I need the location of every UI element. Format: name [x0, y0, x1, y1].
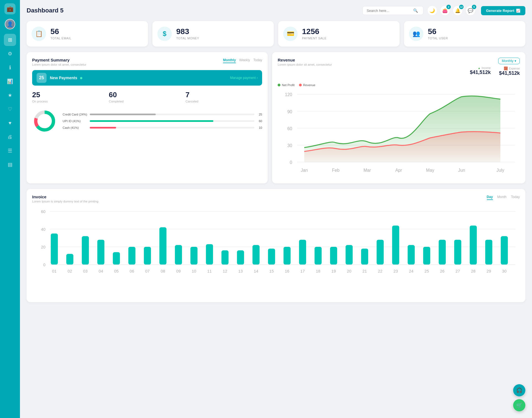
money-stat-icon: $: [157, 27, 172, 41]
income-stat: ▲ Income $41,512k: [470, 66, 491, 76]
invoice-tab-group: Day Month Today: [487, 194, 520, 200]
manage-payment-link[interactable]: Manage payment ›: [230, 76, 258, 80]
upi-fill: [90, 120, 213, 122]
sidebar-item-heart-outline[interactable]: ♡: [4, 103, 16, 115]
wallet-button[interactable]: 👛 2: [440, 6, 450, 16]
sidebar-logo[interactable]: 💼: [4, 3, 16, 14]
sidebar-item-info[interactable]: ℹ: [4, 61, 16, 74]
revenue-monthly-button[interactable]: Monthly ▾: [498, 58, 520, 64]
svg-text:0: 0: [43, 263, 45, 267]
revenue-label: Revenue: [303, 83, 315, 87]
xlabel-15: 15: [269, 269, 274, 273]
xlabel-20: 20: [347, 269, 351, 273]
cash-label: Cash (41%): [63, 126, 88, 129]
page-title: Dashboard 5: [27, 7, 362, 14]
tab-day[interactable]: Day: [487, 194, 493, 200]
payment-sale-number: 1256: [302, 28, 327, 35]
stats-row: 📋 56 TOTAL EMAIL $ 983 TOTAL MONEY 💳 125…: [27, 21, 525, 47]
generate-report-button[interactable]: Generate Report 📈: [481, 6, 525, 15]
menu-icon: ☰: [8, 148, 12, 154]
support-float-button[interactable]: 🎧: [513, 384, 525, 396]
svg-text:Jun: Jun: [458, 168, 465, 173]
expense-icon: 🧱: [504, 66, 508, 70]
header-icons: 🌙 👛 2 🔔 12 💬 5 Generate Report 📈: [427, 6, 525, 16]
bar-29: [485, 240, 492, 265]
chat-icon: 💬: [468, 8, 473, 13]
chart-bar-icon: 📈: [516, 9, 520, 13]
xlabel-07: 07: [145, 269, 150, 273]
cart-float-button[interactable]: 🛒: [513, 399, 525, 411]
trio-completed: 60 Completed: [109, 91, 186, 103]
payment-bars: Credit Card (24%) 25 UPI ID (41%) 60: [63, 113, 262, 129]
xlabel-29: 29: [487, 269, 491, 273]
email-stat-icon: 📋: [32, 27, 46, 41]
bar-20: [346, 245, 353, 264]
xlabel-21: 21: [362, 269, 367, 273]
gear-icon: ⚙: [8, 51, 12, 57]
sidebar-item-menu[interactable]: ☰: [4, 145, 16, 157]
chevron-down-icon: ▾: [515, 59, 516, 63]
generate-report-label: Generate Report: [486, 9, 514, 13]
on-process-number: 25: [32, 91, 109, 99]
donut-svg: [32, 109, 57, 134]
payment-summary-subtitle: Lorem ipsum dolor sit amet, consectetur: [32, 63, 86, 66]
tab-today[interactable]: Today: [253, 58, 262, 63]
svg-text:60: 60: [41, 209, 45, 214]
bar-07: [144, 247, 151, 265]
stat-card-payment-sale: 💳 1256 PAYMENT SALE: [278, 21, 400, 47]
xlabel-14: 14: [254, 269, 258, 273]
sidebar-item-analytics[interactable]: 📊: [4, 75, 16, 88]
sidebar-avatar[interactable]: 👤: [5, 19, 15, 29]
svg-text:Jan: Jan: [301, 168, 308, 173]
bar-01: [51, 234, 58, 265]
star-icon: ★: [8, 92, 12, 98]
xlabel-16: 16: [285, 269, 289, 273]
cash-fill: [90, 127, 116, 129]
middle-row: Payment Summary Lorem ipsum dolor sit am…: [27, 52, 525, 183]
bar-04: [97, 240, 104, 265]
tab-today-invoice[interactable]: Today: [511, 194, 520, 200]
sidebar-item-heart[interactable]: ♥: [4, 117, 16, 129]
chat-button[interactable]: 💬 5: [466, 6, 475, 16]
sidebar-item-list[interactable]: ▤: [4, 158, 16, 171]
invoice-subtitle: Lorem Ipsum is simply dummy text of the …: [32, 200, 98, 203]
bar-30: [501, 236, 508, 264]
sidebar-item-star[interactable]: ★: [4, 89, 16, 101]
svg-text:Mar: Mar: [364, 168, 371, 173]
floating-buttons: 🎧 🛒: [513, 384, 525, 411]
revenue-title: Revenue: [278, 58, 332, 62]
tab-month[interactable]: Month: [497, 194, 507, 200]
tab-weekly[interactable]: Weekly: [239, 58, 250, 63]
upi-track: [90, 120, 254, 122]
sidebar-item-dashboard[interactable]: ⊞: [4, 34, 16, 46]
payment-stat-icon: 💳: [283, 27, 298, 41]
sidebar-item-settings[interactable]: ⚙: [4, 48, 16, 60]
bar-17: [299, 240, 306, 265]
bar-09: [175, 245, 182, 264]
tab-monthly[interactable]: Monthly: [223, 58, 236, 63]
sidebar-item-print[interactable]: 🖨: [4, 131, 16, 143]
bar-12: [221, 250, 229, 264]
total-email-label: TOTAL EMAIL: [50, 37, 71, 40]
payment-summary-title-group: Payment Summary Lorem ipsum dolor sit am…: [32, 58, 86, 66]
invoice-header: Invoice Lorem Ipsum is simply dummy text…: [32, 194, 520, 203]
email-stat-info: 56 TOTAL EMAIL: [50, 28, 71, 40]
search-input[interactable]: [367, 9, 411, 13]
net-profit-dot: [278, 84, 280, 86]
theme-toggle-button[interactable]: 🌙: [427, 6, 437, 16]
bar-10: [190, 247, 198, 265]
total-money-label: TOTAL MONEY: [176, 37, 199, 40]
new-payments-label: New Payments: [50, 76, 82, 80]
total-money-number: 983: [176, 28, 199, 35]
xlabel-23: 23: [393, 269, 398, 273]
stat-card-total-email: 📋 56 TOTAL EMAIL: [27, 21, 148, 47]
bar-22: [377, 240, 384, 265]
invoice-bar-chart: 60 40 20 0 01020304050607080910111213141…: [32, 207, 520, 297]
xlabel-01: 01: [52, 269, 57, 273]
search-bar[interactable]: 🔍: [362, 6, 423, 15]
bell-badge: 12: [459, 5, 464, 9]
bell-button[interactable]: 🔔 12: [453, 6, 463, 16]
bar-16: [283, 247, 291, 265]
expense-stat: 🧱 Expense $41,512k: [499, 66, 520, 76]
revenue-title-group: Revenue Lorem ipsum dolor sit amet, cons…: [278, 58, 332, 66]
